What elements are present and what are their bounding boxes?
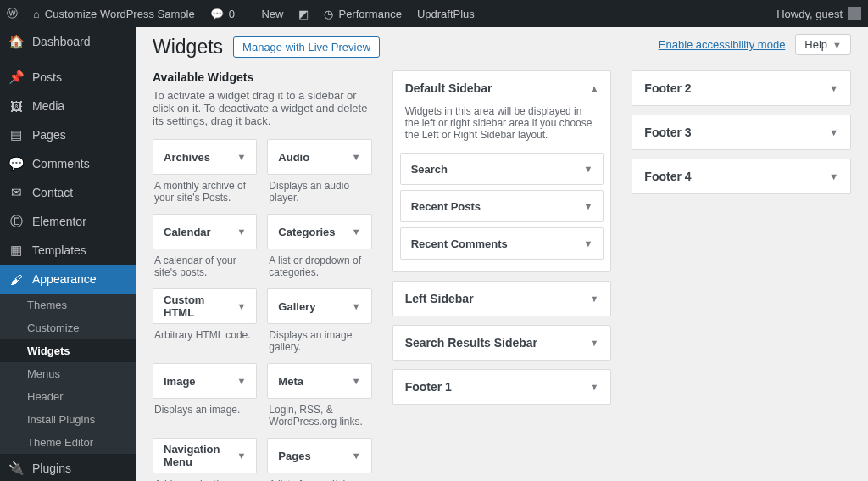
menu-contact[interactable]: ✉Contact	[0, 178, 136, 207]
comments-link[interactable]: 💬 0	[210, 8, 235, 20]
available-widgets-heading: Available Widgets	[153, 70, 372, 84]
sub-widgets[interactable]: Widgets	[0, 339, 136, 362]
widget-area-header[interactable]: Footer 1▼	[393, 370, 611, 404]
widget-name: Audio	[278, 151, 309, 164]
chevron-down-icon: ▼	[236, 376, 246, 386]
widget-box[interactable]: Navigation Menu▼	[153, 438, 257, 473]
widget-area-title: Default Sidebar	[405, 81, 492, 95]
widget-box[interactable]: Custom HTML▼	[153, 288, 257, 324]
page-icon: ▤	[8, 127, 24, 143]
menu-comments[interactable]: 💬Comments	[0, 149, 136, 178]
widget-area-header[interactable]: Footer 4▼	[632, 159, 850, 193]
available-widget: Archives▼A monthly archive of your site'…	[153, 139, 257, 207]
menu-pages[interactable]: ▤Pages	[0, 120, 136, 149]
areas-column-2: Footer 2▼Footer 3▼Footer 4▼	[632, 70, 851, 481]
widget-area-header[interactable]: Default Sidebar▲	[393, 71, 611, 105]
avatar	[848, 7, 861, 20]
menu-dashboard[interactable]: 🏠Dashboard	[0, 27, 136, 56]
widget-area-title: Footer 1	[405, 380, 452, 394]
perf-link[interactable]: ◷ Performance	[324, 8, 401, 20]
sub-menus[interactable]: Menus	[0, 362, 136, 385]
widget-area-header[interactable]: Footer 2▼	[632, 71, 850, 105]
site-name: Customize WordPress Sample	[45, 8, 195, 20]
sub-customize[interactable]: Customize	[0, 316, 136, 339]
widget-box[interactable]: Audio▼	[267, 139, 371, 175]
widget-box[interactable]: Image▼	[153, 363, 257, 399]
widget-name: Categories	[278, 226, 335, 238]
widget-area-title: Search Results Sidebar	[405, 336, 537, 350]
chevron-down-icon: ▼	[352, 301, 361, 311]
accessibility-link[interactable]: Enable accessibility mode	[659, 38, 786, 51]
widget-box[interactable]: Archives▼	[153, 139, 257, 175]
widget-area-title: Footer 2	[644, 81, 691, 95]
widget-desc: Displays an image gallery.	[267, 324, 371, 356]
widget-area: Left Sidebar▼	[392, 281, 612, 316]
sub-install-plugins[interactable]: Install Plugins	[0, 408, 136, 431]
widget-desc: Displays an image.	[153, 399, 257, 419]
sub-theme-editor[interactable]: Theme Editor	[0, 431, 136, 454]
menu-label: Appearance	[32, 272, 97, 286]
menu-media[interactable]: 🖼Media	[0, 92, 136, 120]
inner-widget[interactable]: Recent Comments▼	[400, 227, 604, 260]
help-tab[interactable]: Help▼	[795, 34, 851, 55]
inner-widget-title: Recent Posts	[411, 200, 481, 213]
widget-desc: A list of your site's Pages.	[267, 473, 371, 481]
widget-area-header[interactable]: Footer 3▼	[632, 115, 850, 149]
menu-posts[interactable]: 📌Posts	[0, 63, 136, 92]
widget-desc: Displays an audio player.	[267, 175, 371, 207]
chevron-down-icon: ▼	[236, 152, 246, 162]
chevron-down-icon: ▼	[829, 171, 838, 182]
smush-icon[interactable]: ◩	[298, 8, 309, 20]
chevron-up-icon: ▲	[589, 83, 598, 93]
widget-desc: A monthly archive of your site's Posts.	[153, 175, 257, 207]
sub-header[interactable]: Header	[0, 385, 136, 408]
dashboard-icon: 🏠	[8, 34, 24, 49]
chevron-down-icon: ▼	[236, 301, 246, 311]
menu-label: Posts	[32, 70, 62, 84]
widget-box[interactable]: Pages▼	[267, 438, 371, 473]
widget-area: Footer 2▼	[632, 70, 851, 106]
menu-templates[interactable]: ▦Templates	[0, 236, 136, 265]
widget-box[interactable]: Meta▼	[267, 363, 371, 399]
sub-themes[interactable]: Themes	[0, 294, 136, 316]
widget-area: Search Results Sidebar▼	[392, 325, 612, 361]
chevron-down-icon: ▼	[829, 127, 838, 137]
widget-box[interactable]: Gallery▼	[267, 288, 371, 324]
menu-appearance[interactable]: 🖌Appearance	[0, 265, 136, 294]
menu-label: Comments	[32, 157, 90, 171]
howdy-text: Howdy, guest	[776, 8, 843, 20]
new-link[interactable]: + New	[250, 8, 284, 20]
content: Enable accessibility mode Help▼ Widgets …	[136, 27, 868, 481]
widget-box[interactable]: Calendar▼	[153, 214, 257, 249]
widget-desc: Login, RSS, & WordPress.org links.	[267, 399, 371, 431]
howdy-link[interactable]: Howdy, guest	[776, 7, 861, 20]
mail-icon: ✉	[8, 185, 24, 200]
chevron-down-icon: ▼	[583, 164, 593, 174]
available-widgets-hint: To activate a widget drag it to a sideba…	[153, 89, 372, 127]
widget-name: Meta	[278, 375, 303, 388]
widget-area-header[interactable]: Left Sidebar▼	[393, 282, 611, 316]
widget-area: Footer 4▼	[632, 159, 851, 194]
site-link[interactable]: ⌂ Customize WordPress Sample	[33, 8, 195, 20]
menu-elementor[interactable]: ⒺElementor	[0, 207, 136, 236]
chevron-down-icon: ▼	[352, 376, 361, 386]
widget-box[interactable]: Categories▼	[267, 214, 371, 249]
widget-name: Archives	[164, 151, 210, 164]
widget-area-header[interactable]: Search Results Sidebar▼	[393, 326, 611, 360]
inner-widget[interactable]: Recent Posts▼	[400, 190, 604, 222]
widget-name: Calendar	[164, 226, 211, 238]
available-widget: Gallery▼Displays an image gallery.	[267, 288, 371, 356]
menu-plugins[interactable]: 🔌Plugins	[0, 454, 136, 481]
wp-logo-icon[interactable]: ⓦ	[7, 6, 18, 21]
widget-desc: A calendar of your site's posts.	[153, 249, 257, 282]
chevron-down-icon: ▼	[589, 382, 598, 392]
live-preview-button[interactable]: Manage with Live Preview	[233, 36, 380, 58]
chevron-down-icon: ▼	[352, 227, 361, 237]
available-widget: Pages▼A list of your site's Pages.	[267, 438, 371, 481]
inner-widget[interactable]: Search▼	[400, 153, 604, 185]
updraft-link[interactable]: UpdraftPlus	[417, 8, 475, 20]
chevron-down-icon: ▼	[589, 338, 598, 348]
pin-icon: 📌	[8, 70, 24, 85]
new-label: New	[261, 8, 283, 20]
admin-sidebar: 🏠Dashboard 📌Posts 🖼Media ▤Pages 💬Comment…	[0, 27, 136, 481]
